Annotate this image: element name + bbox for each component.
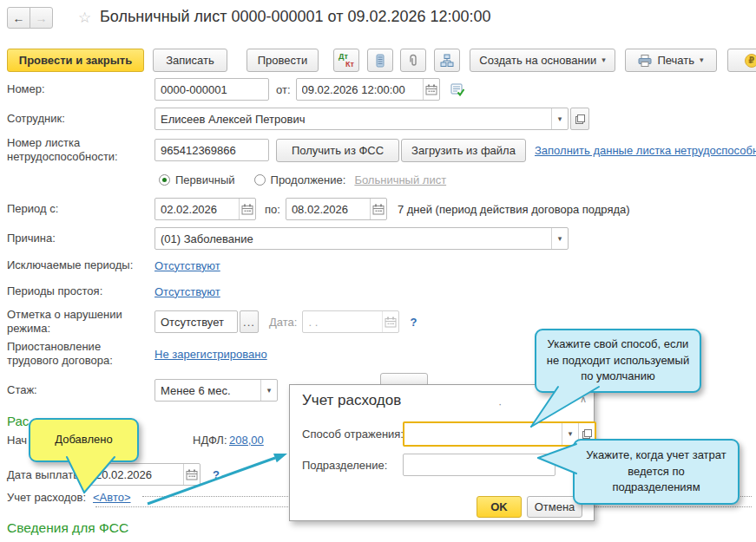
paperclip-icon [406, 54, 420, 68]
reflection-method-label: Способ отражения: [302, 428, 404, 441]
expense-auto-link[interactable]: <Авто> [93, 491, 131, 504]
dialog-title: Учет расходов [302, 392, 401, 409]
structure-icon [440, 54, 454, 68]
chevron-down-icon[interactable]: ▾ [551, 108, 568, 129]
back-button[interactable]: ← [7, 7, 30, 29]
create-on-basis-button[interactable]: Создать на основании ▾ [470, 49, 615, 72]
dt-kt-postings-button[interactable]: ДтКт [333, 49, 359, 72]
printer-icon [638, 55, 652, 67]
open-form-icon [575, 114, 585, 124]
downtime-periods-label: Периоды простоя: [7, 284, 154, 298]
employee-label: Сотрудник: [7, 112, 154, 126]
accrued-label-fragment: Нач [7, 434, 27, 447]
experience-combo[interactable]: Менее 6 мес. ▾ [154, 379, 278, 402]
ndfl-amount-link[interactable]: 208,00 [229, 434, 264, 447]
chevron-down-icon: ▾ [602, 56, 606, 64]
pay-date-label: Дата выплаты: [7, 468, 89, 481]
calendar-icon [382, 311, 398, 332]
window-dot-icon: · [498, 397, 502, 410]
suspension-link[interactable]: Не зарегистрировано [154, 348, 267, 361]
downtime-periods-link[interactable]: Отсутствуют [154, 285, 220, 298]
load-from-file-button[interactable]: Загрузить из файла [401, 139, 526, 162]
date-label: от: [276, 83, 291, 96]
calculation-section-fragment: Рас [7, 414, 29, 428]
post-and-close-button[interactable]: Провести и закрыть [7, 49, 144, 72]
calendar-icon[interactable] [423, 79, 439, 100]
sick-number-input[interactable]: 965412369866 [154, 139, 269, 161]
window-collapse-icon[interactable]: ∧ [580, 394, 587, 405]
ok-button[interactable]: OK [477, 496, 522, 518]
ndfl-label: НДФЛ: [193, 434, 227, 447]
attachments-button[interactable] [400, 49, 426, 72]
excluded-periods-link[interactable]: Отсутствуют [154, 259, 220, 272]
employee-open-button[interactable] [570, 108, 589, 130]
write-button[interactable]: Записать [153, 49, 227, 72]
pay-button-clipped[interactable]: ₽ В [727, 49, 756, 72]
calendar-icon[interactable] [239, 199, 255, 219]
suspension-label: Приостановление трудового договора: [7, 340, 154, 369]
report-list-button[interactable] [367, 49, 393, 72]
method-hint-callout: Укажите свой способ, если не подходит ис… [535, 329, 701, 393]
page-title: Больничный лист 0000-000001 от 09.02.202… [100, 8, 491, 26]
violation-date-input: . . [302, 310, 399, 333]
violation-input[interactable]: Отсутствует [154, 310, 238, 333]
window-open-icon[interactable] [550, 397, 560, 407]
number-label: Номер: [7, 82, 154, 96]
post-button[interactable]: Провести [247, 49, 319, 72]
calendar-icon[interactable] [370, 199, 386, 219]
violation-label: Отметка о нарушении режима: [7, 308, 154, 336]
ellipsis-icon: ... [243, 316, 255, 329]
list-icon [373, 54, 387, 68]
chevron-down-icon[interactable]: ▾ [551, 228, 568, 249]
department-input[interactable] [403, 454, 555, 476]
employee-combo[interactable]: Елисеев Алексей Петрович ▾ [154, 108, 569, 130]
reason-label: Причина: [7, 232, 154, 245]
pay-date-input[interactable]: 20.02.2026 [89, 463, 201, 486]
violation-date-label: Дата: [269, 316, 297, 329]
nav-history-group: ← → [7, 7, 53, 29]
forward-icon: → [36, 11, 48, 25]
fss-section-header: Сведения для ФСС [7, 520, 128, 536]
change-history-icon[interactable] [450, 83, 464, 96]
sick-number-label: Номер листка нетрудоспособности: [7, 136, 154, 165]
continuation-doc-link[interactable]: Больничный лист [354, 173, 446, 186]
related-documents-button[interactable] [434, 49, 460, 72]
calendar-icon[interactable] [183, 464, 200, 485]
violation-more-button[interactable]: ... [240, 310, 259, 333]
experience-label: Стаж: [7, 383, 154, 397]
period-from-input[interactable]: 02.02.2026 [154, 198, 256, 220]
date-input[interactable]: 09.02.2026 12:00:00 [296, 78, 440, 101]
ruble-icon: ₽ [745, 54, 756, 68]
reflection-method-input[interactable]: ▾ [403, 421, 596, 447]
department-label: Подразделение: [302, 459, 387, 472]
chevron-down-icon: ▾ [700, 56, 704, 64]
added-callout: Добавлено [29, 418, 139, 462]
reason-combo[interactable]: (01) Заболевание ▾ [154, 227, 569, 250]
print-button[interactable]: Печать ▾ [625, 49, 717, 72]
get-from-fss-button[interactable]: Получить из ФСС [276, 139, 399, 162]
continuation-radio[interactable] [254, 174, 266, 186]
violation-help-icon[interactable]: ? [410, 316, 417, 329]
fill-sick-data-link[interactable]: Заполнить данные листка нетрудоспособн [535, 144, 756, 157]
department-hint-callout: Укажите, когда учет затрат ведется по по… [573, 439, 740, 505]
continuation-radio-label: Продолжение: [271, 173, 346, 186]
dt-kt-icon: ДтКт [339, 53, 354, 69]
number-input[interactable]: 0000-000001 [154, 78, 269, 101]
period-to-label: по: [265, 203, 280, 216]
pay-date-help-icon[interactable]: ? [213, 468, 220, 481]
back-icon: ← [13, 11, 25, 25]
period-to-input[interactable]: 08.02.2026 [286, 198, 387, 220]
forward-button[interactable]: → [30, 7, 53, 29]
expense-accounting-dialog: Учет расходов · ∧ Способ отражения: ▾ По… [289, 384, 595, 521]
primary-radio[interactable] [159, 174, 170, 186]
period-label: Период с: [7, 202, 154, 216]
chevron-down-icon[interactable]: ▾ [260, 380, 277, 401]
expense-label: Учет расходов: [7, 491, 86, 504]
period-days-note: 7 дней (период действия договора подряда… [398, 203, 630, 216]
favorite-star-icon[interactable]: ☆ [78, 9, 91, 27]
primary-radio-label: Первичный [175, 173, 235, 186]
excluded-periods-label: Исключаемые периоды: [7, 258, 154, 272]
